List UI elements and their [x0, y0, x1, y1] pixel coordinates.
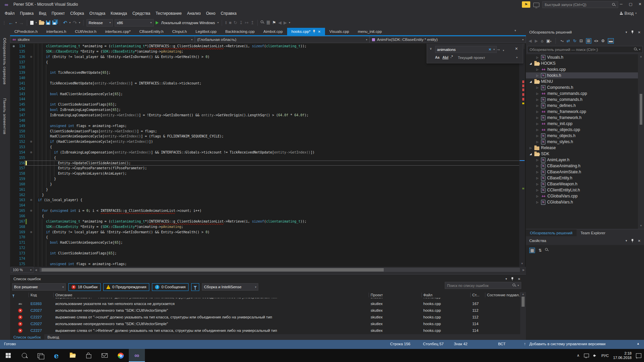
menu-item[interactable]: Сборка — [67, 10, 87, 17]
filter-button[interactable] — [191, 283, 199, 291]
code-line[interactable]: 171bool HadClientAnimSequenceCycle[65]; — [10, 240, 526, 245]
menu-item[interactable]: Команда — [108, 10, 130, 17]
notifications-flag-icon[interactable]: ⚑ — [522, 1, 530, 8]
tree-arrow-icon[interactable]: ▷ — [535, 122, 539, 125]
save-all-button[interactable] — [52, 20, 57, 25]
chrome-button[interactable] — [113, 349, 129, 362]
properties-icon[interactable]: ⚙ — [601, 39, 605, 43]
code-line[interactable]: 150ClientSideAnimationFlags[entity->GetI… — [10, 129, 526, 134]
tree-item[interactable]: ▷++menu_objects.cpp — [526, 127, 638, 133]
tree-item[interactable]: ▷hCBaseWeapon.h — [526, 181, 638, 187]
tree-arrow-icon[interactable]: ▷ — [535, 110, 539, 113]
back-dropdown-icon[interactable]: ▾ — [15, 21, 17, 24]
close-button[interactable]: ✕ — [635, 0, 644, 8]
bookmark-flag-icon[interactable]: ⚑ — [272, 20, 276, 25]
taskbar-search-button[interactable] — [16, 349, 32, 362]
find-input[interactable]: animations ✕ ▾ — [435, 46, 497, 53]
tree-item[interactable]: ▷++menu_commands.cpp — [526, 90, 638, 97]
menu-item[interactable]: Вид — [36, 10, 49, 17]
sign-in-button[interactable]: Вход ▾ — [620, 9, 637, 17]
scroll-up-icon[interactable]: ▲ — [520, 293, 526, 296]
show-all-files-icon[interactable]: ⊞ — [586, 38, 591, 44]
document-tab[interactable]: CUtlVector.h — [71, 28, 101, 35]
document-tab[interactable]: interfaces.h — [42, 28, 70, 35]
view-code-icon[interactable]: <> — [594, 39, 598, 43]
tree-arrow-icon[interactable]: ▷ — [535, 195, 539, 198]
errors-filter-button[interactable]: ✕ 18 Ошибки — [68, 283, 101, 291]
tree-item[interactable]: ◢HOOKS — [526, 60, 638, 66]
column-project[interactable]: Проект — [369, 293, 422, 297]
error-row[interactable]: ✕C2027использование неопределенного типа… — [10, 307, 520, 314]
close-icon[interactable]: ✕ — [318, 30, 321, 34]
document-tab[interactable]: Visuals.cpp — [325, 28, 354, 35]
property-pages-icon[interactable] — [545, 248, 549, 253]
toolbar-overflow-icon[interactable]: ▾ — [289, 21, 290, 24]
tree-item[interactable]: ▷hCBaseEntity.h — [526, 175, 638, 181]
tab-output[interactable]: Вывод — [44, 334, 63, 340]
tree-item[interactable]: ▷hmenu_framework.h — [526, 115, 638, 121]
tree-item[interactable]: ▷++menu_init.cpp — [526, 121, 638, 127]
column-code[interactable]: Код — [29, 293, 54, 297]
fold-toggle-icon[interactable]: ⊟ — [29, 230, 34, 235]
switch-views-icon[interactable]: ▣▾ — [546, 39, 551, 43]
categorized-icon[interactable]: ▦ — [529, 248, 535, 253]
find-next-button[interactable]: → — [496, 47, 500, 52]
error-row[interactable]: ✕C2227выражение слева от "->Retrieve" до… — [10, 327, 520, 334]
code-line[interactable]: 170{ — [10, 235, 526, 240]
error-row[interactable]: ✕C2027использование неопределенного типа… — [10, 320, 520, 327]
fold-toggle-icon[interactable]: ⊟ — [29, 150, 34, 155]
tray-expand-icon[interactable]: ∧ — [577, 353, 580, 358]
line-list-icon[interactable]: ☰ — [266, 20, 270, 25]
code-line[interactable]: 154⊟if (IsBreakingLagCompensation[entity… — [10, 150, 526, 155]
code-line[interactable]: 143bool HadClientAnimSequenceCycle[65]; — [10, 92, 526, 97]
code-line[interactable]: 173int ClientSideAnimationFlags[65]; — [10, 251, 526, 256]
preview-selected-items-icon[interactable]: ▬ — [608, 38, 614, 44]
break-all-icon[interactable]: ‖ — [225, 20, 227, 25]
code-line[interactable]: 148 — [10, 118, 526, 123]
column-line[interactable]: Ст... — [471, 293, 485, 297]
find-next-dropdown-icon[interactable]: ▾ — [503, 48, 504, 52]
tree-item[interactable]: ▷hmenu_styles.h — [526, 139, 638, 145]
error-search-input[interactable]: Поиск по списку ошибок ▾ — [445, 282, 521, 289]
solution-explorer-titlebar[interactable]: Обозреватель решений ▾ ✕ — [526, 28, 644, 37]
visual-studio-button[interactable]: ∞ — [129, 349, 145, 362]
scroll-right-icon[interactable]: ▶ — [521, 268, 526, 272]
expand-replace-icon[interactable]: ∨ — [430, 47, 432, 50]
code-line[interactable]: 144 — [10, 97, 526, 102]
code-line[interactable]: 145int ClientSideAnimationFlags[65]; — [10, 102, 526, 107]
refresh-icon[interactable]: ↻ — [573, 39, 576, 43]
build-intellisense-dropdown[interactable]: Сборка и IntelliSense▾ — [202, 283, 258, 291]
zoom-dropdown[interactable]: 100 % ▾ — [11, 267, 34, 273]
tree-item[interactable]: ▷hhooks.h — [526, 72, 638, 78]
code-line[interactable]: 147IsBreakingLagCompensation[entity->Get… — [10, 113, 526, 118]
code-line[interactable]: 167clientanimating_t *animating = (clien… — [10, 219, 526, 224]
tree-scrollbar[interactable]: ▲ ▼ — [638, 54, 644, 229]
code-line[interactable]: 157Entity->CopyPoseParameters(flPosePara… — [10, 166, 526, 171]
menu-item[interactable]: Окно — [203, 10, 218, 17]
code-line[interactable]: 152⊟if (HadClientAnimSequenceCycle[entit… — [10, 139, 526, 144]
scrollbar-thumb[interactable] — [522, 297, 525, 307]
tree-arrow-icon[interactable]: ▷ — [535, 159, 539, 162]
tree-item[interactable]: ▷hCBaseAnimating.h — [526, 163, 638, 169]
scroll-down-icon[interactable]: ▼ — [519, 262, 525, 265]
tree-arrow-icon[interactable]: ◢ — [529, 80, 533, 83]
solution-search-input[interactable]: Обозреватель решений — поиск (Ctrl+;) ▾ — [527, 46, 643, 53]
member-dropdown[interactable]: AnimFix(SDK::CBaseEntity * entity) ▾ — [370, 36, 526, 43]
code-line[interactable]: 142 — [10, 86, 526, 92]
code-line[interactable]: 172 — [10, 245, 526, 251]
tree-arrow-icon[interactable]: ▷ — [535, 92, 539, 95]
match-case-toggle[interactable]: Aa — [435, 55, 439, 59]
redo-dropdown-icon[interactable]: ▾ — [79, 21, 80, 24]
tree-arrow-icon[interactable]: ◢ — [529, 62, 533, 65]
scope-filter-dropdown[interactable]: Все решение▾ — [12, 283, 66, 291]
document-tab[interactable]: Backtracking.cpp — [221, 28, 259, 35]
tree-arrow-icon[interactable]: ▷ — [535, 189, 539, 192]
action-center-icon[interactable] — [636, 353, 641, 358]
scroll-up-icon[interactable]: ▲ — [638, 55, 644, 58]
tree-arrow-icon[interactable]: ▷ — [535, 128, 539, 131]
code-line[interactable]: 138 — [10, 65, 526, 70]
scroll-left-icon[interactable]: ◀ — [34, 268, 38, 272]
pin-icon[interactable] — [313, 30, 316, 34]
active-files-dropdown-icon[interactable]: ▾ — [515, 29, 516, 32]
code-line[interactable]: 149unsigned int flags = animating->flags… — [10, 123, 526, 129]
